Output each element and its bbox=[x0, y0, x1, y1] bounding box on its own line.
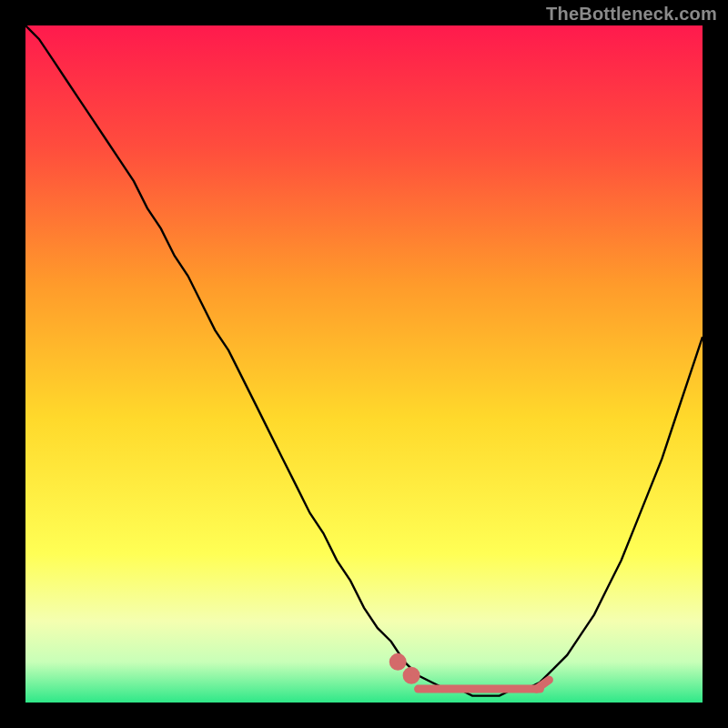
plot-area bbox=[25, 25, 703, 703]
watermark-text: TheBottleneck.com bbox=[546, 4, 717, 25]
bottleneck-curve bbox=[25, 25, 703, 703]
svg-point-3 bbox=[407, 671, 416, 680]
svg-point-2 bbox=[393, 657, 402, 666]
svg-line-4 bbox=[536, 680, 549, 689]
outer-black-frame: TheBottleneck.com bbox=[0, 0, 728, 728]
